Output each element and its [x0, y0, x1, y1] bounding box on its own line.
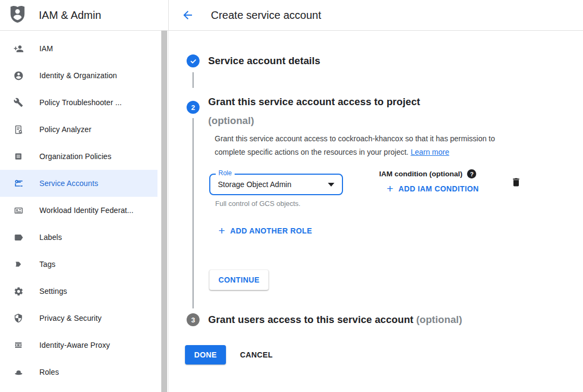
sidebar-item-label: Settings — [39, 287, 67, 295]
app-header: IAM & Admin — [0, 0, 169, 30]
tag-arrow-icon — [13, 259, 24, 270]
step2-description: Grant this service account access to coc… — [215, 132, 527, 159]
iam-admin-shield-icon — [9, 5, 26, 25]
iam-condition-label-text: IAM condition (optional) — [379, 170, 462, 178]
sidebar-item-service-accounts[interactable]: Service Accounts — [0, 170, 157, 197]
step3-title: Grant users access to this service accou… — [208, 314, 462, 326]
step1-title: Service account details — [208, 55, 320, 67]
account-circle-icon — [13, 70, 24, 81]
delete-role-button[interactable] — [511, 176, 523, 188]
back-button[interactable] — [181, 9, 194, 22]
role-select[interactable]: Role Storage Object Admin — [209, 174, 343, 195]
step2-number: 2 — [191, 104, 195, 112]
plus-icon: + — [387, 184, 394, 194]
step2-description-text: Grant this service account access to coc… — [215, 134, 495, 156]
doc-lines-icon — [13, 151, 24, 162]
step2-title: Grant this service account access to pro… — [208, 92, 510, 130]
sidebar-item-label: Workload Identity Federat... — [39, 206, 134, 215]
sidebar-item-tags[interactable]: Tags — [0, 251, 157, 278]
sidebar-item-roles[interactable]: Roles — [0, 359, 157, 386]
sidebar-item-organization-policies[interactable]: Organization Policies — [0, 143, 157, 170]
sidebar: IAM Identity & Organization Policy Troub… — [0, 31, 169, 392]
chevron-down-icon — [328, 183, 334, 187]
doc-search-icon — [13, 124, 24, 135]
sidebar-item-policy-troubleshooter[interactable]: Policy Troubleshooter ... — [0, 89, 157, 116]
cancel-button[interactable]: CANCEL — [235, 345, 278, 365]
sidebar-item-label: Tags — [39, 260, 56, 269]
main-content: Service account details 2 Grant this ser… — [169, 31, 583, 392]
sidebar-item-label: Roles — [39, 368, 59, 376]
step3-title-text: Grant users access to this service accou… — [208, 314, 414, 325]
hat-icon — [13, 367, 24, 377]
sidebar-item-policy-analyzer[interactable]: Policy Analyzer — [0, 116, 157, 143]
step2-optional-label: (optional) — [208, 115, 254, 126]
done-button[interactable]: DONE — [185, 345, 226, 365]
app-title: IAM & Admin — [39, 9, 101, 22]
proxy-grid-icon — [13, 340, 24, 350]
add-iam-condition-label: ADD IAM CONDITION — [399, 184, 479, 193]
step1-completed-check-icon — [187, 54, 200, 67]
sidebar-item-label: Policy Troubleshooter ... — [39, 98, 122, 107]
sidebar-item-label: Identity-Aware Proxy — [39, 341, 110, 349]
step-connector — [193, 72, 194, 88]
back-arrow-icon — [181, 9, 194, 22]
sidebar-item-iam[interactable]: IAM — [0, 35, 157, 62]
step3-number: 3 — [191, 316, 195, 324]
label-tag-icon — [13, 232, 24, 243]
plus-icon: + — [218, 226, 225, 236]
scrollbar-thumb[interactable] — [161, 31, 167, 392]
step3-number-badge: 3 — [187, 313, 200, 326]
sidebar-item-label: Service Accounts — [39, 179, 98, 188]
sidebar-item-identity-aware-proxy[interactable]: Identity-Aware Proxy — [0, 332, 157, 359]
sidebar-item-privacy-security[interactable]: Privacy & Security — [0, 305, 157, 332]
sidebar-item-workload-identity-federation[interactable]: Workload Identity Federat... — [0, 197, 157, 224]
step2-title-text: Grant this service account access to pro… — [208, 96, 420, 107]
shield-icon — [13, 313, 24, 324]
role-select-label: Role — [216, 170, 235, 176]
sidebar-item-label: Policy Analyzer — [39, 125, 91, 134]
sidebar-item-label: Identity & Organization — [39, 71, 117, 80]
sidebar-item-labels[interactable]: Labels — [0, 224, 157, 251]
person-add-icon — [13, 43, 24, 54]
step3-optional-label: (optional) — [416, 314, 462, 325]
step2-number-badge: 2 — [187, 101, 200, 114]
page-title: Create service account — [211, 9, 321, 22]
continue-button[interactable]: CONTINUE — [209, 270, 269, 290]
wrench-icon — [13, 97, 24, 108]
add-iam-condition-button[interactable]: + ADD IAM CONDITION — [387, 184, 479, 194]
service-account-icon — [13, 178, 24, 189]
sidebar-item-label: Organization Policies — [39, 152, 112, 161]
sidebar-item-label: Labels — [39, 233, 62, 242]
sidebar-scrollbar[interactable] — [161, 31, 167, 392]
add-another-role-label: ADD ANOTHER ROLE — [230, 226, 312, 235]
page-header: Create service account — [169, 0, 583, 30]
trash-icon — [511, 176, 522, 188]
sidebar-item-label: IAM — [39, 44, 53, 53]
help-icon[interactable]: ? — [467, 169, 476, 178]
role-helper-text: Full control of GCS objects. — [215, 200, 300, 208]
step-connector — [193, 118, 194, 308]
badge-card-icon — [13, 205, 24, 216]
add-another-role-button[interactable]: + ADD ANOTHER ROLE — [218, 226, 312, 236]
top-header: IAM & Admin Create service account — [0, 0, 583, 31]
sidebar-item-label: Privacy & Security — [39, 314, 101, 322]
learn-more-link[interactable]: Learn more — [410, 148, 449, 156]
iam-condition-label: IAM condition (optional) ? — [379, 169, 476, 178]
sidebar-item-settings[interactable]: Settings — [0, 278, 157, 305]
sidebar-item-identity-organization[interactable]: Identity & Organization — [0, 62, 157, 89]
role-select-value: Storage Object Admin — [218, 180, 328, 189]
gear-icon — [13, 286, 24, 297]
